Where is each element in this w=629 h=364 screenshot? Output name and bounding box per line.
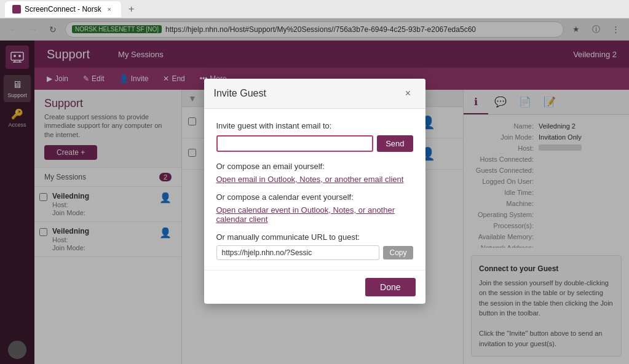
open-calendar-link[interactable]: Open calendar event in Outlook, Notes, o… bbox=[216, 205, 413, 224]
email-input[interactable] bbox=[216, 135, 374, 152]
modal-footer: Done bbox=[204, 270, 425, 304]
new-tab-button[interactable]: + bbox=[125, 2, 138, 16]
compose-calendar-label: Or compose a calendar event yourself: bbox=[216, 192, 413, 202]
url-section-label: Or manually communicate URL to guest: bbox=[216, 232, 413, 242]
invite-guest-modal: Invite Guest × Invite guest with instant… bbox=[204, 79, 425, 304]
browser-tab-bar: ScreenConnect - Norsk × + bbox=[0, 0, 629, 18]
open-email-link[interactable]: Open email in Outlook, Notes, or another… bbox=[216, 175, 413, 184]
modal-body: Invite guest with instant email to: Send… bbox=[204, 109, 425, 270]
browser-tab[interactable]: ScreenConnect - Norsk × bbox=[5, 1, 121, 17]
send-button[interactable]: Send bbox=[377, 135, 413, 152]
tab-favicon bbox=[12, 5, 21, 14]
email-section-label: Invite guest with instant email to: bbox=[216, 121, 413, 130]
tab-close-button[interactable]: × bbox=[105, 5, 114, 14]
modal-close-button[interactable]: × bbox=[401, 86, 416, 101]
url-display: https://hjelp.nhn.no/?Sessic bbox=[216, 245, 380, 260]
copy-button[interactable]: Copy bbox=[383, 246, 413, 259]
tab-title: ScreenConnect - Norsk bbox=[25, 5, 101, 14]
modal-title: Invite Guest bbox=[214, 88, 266, 99]
done-button[interactable]: Done bbox=[365, 278, 415, 296]
modal-header: Invite Guest × bbox=[204, 79, 425, 109]
email-input-row: Send bbox=[216, 135, 413, 152]
modal-overlay: Invite Guest × Invite guest with instant… bbox=[0, 18, 629, 364]
compose-email-label: Or compose an email yourself: bbox=[216, 162, 413, 171]
url-row: https://hjelp.nhn.no/?Sessic Copy bbox=[216, 245, 413, 260]
